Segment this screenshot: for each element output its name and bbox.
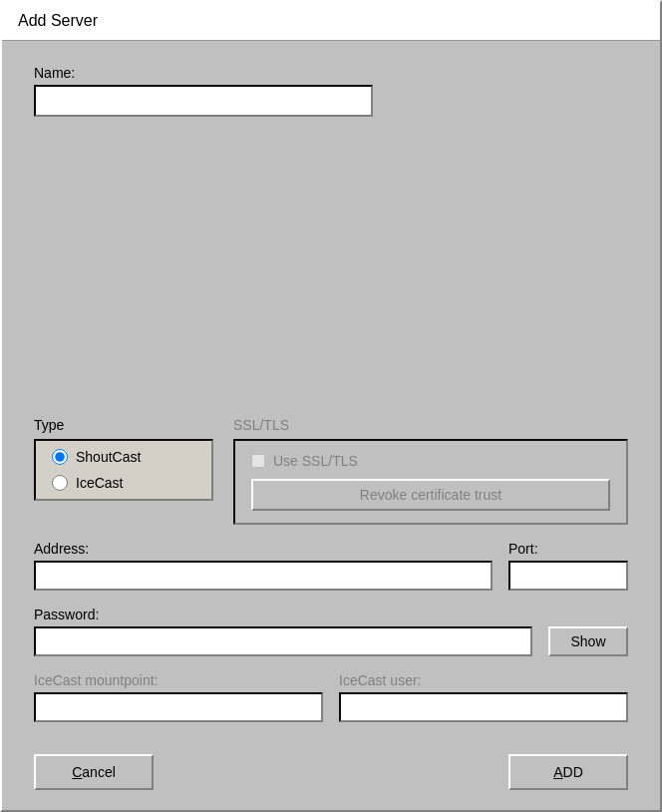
icecast-label: IceCast (76, 475, 123, 491)
icecast-user-group: IceCast user: (339, 672, 628, 722)
address-input[interactable] (34, 561, 493, 591)
use-ssl-row: Use SSL/TLS (251, 453, 610, 469)
type-ssl-row: Type ShoutCast IceCast SSL/TLS (34, 417, 628, 525)
name-input[interactable] (34, 85, 373, 117)
add-button[interactable]: ADD (508, 754, 628, 790)
button-row: Cancel ADD (34, 746, 628, 790)
icecast-mountpoint-group: IceCast mountpoint: (34, 672, 323, 722)
show-password-button[interactable]: Show (548, 626, 628, 656)
icecast-user-label: IceCast user: (339, 672, 628, 688)
icecast-radio[interactable] (52, 475, 68, 491)
ssl-group: SSL/TLS Use SSL/TLS Revoke certificate t… (233, 417, 628, 525)
title-bar: Add Server (2, 2, 660, 41)
dialog-content: Name: Type ShoutCast IceCast (2, 41, 660, 810)
type-label: Type (34, 417, 213, 433)
ssl-label: SSL/TLS (233, 417, 628, 433)
password-label: Password: (34, 607, 532, 622)
add-server-dialog: Add Server Name: Type ShoutCast (0, 0, 662, 812)
dialog-title: Add Server (18, 12, 98, 29)
type-group: Type ShoutCast IceCast (34, 417, 213, 525)
shoutcast-radio[interactable] (52, 449, 68, 465)
shoutcast-radio-item[interactable]: ShoutCast (52, 449, 195, 465)
password-input[interactable] (34, 626, 532, 656)
revoke-certificate-button: Revoke certificate trust (251, 479, 610, 511)
name-field-group: Name: (34, 65, 628, 117)
address-label: Address: (34, 541, 493, 557)
password-row: Password: Show (34, 607, 628, 656)
use-ssl-checkbox[interactable] (251, 454, 265, 468)
icecast-user-input[interactable] (339, 692, 628, 722)
type-box: ShoutCast IceCast (34, 439, 213, 501)
port-input[interactable] (508, 561, 628, 591)
address-port-row: Address: Port: (34, 541, 628, 591)
ssl-box: Use SSL/TLS Revoke certificate trust (233, 439, 628, 525)
icecast-mountpoint-input[interactable] (34, 692, 323, 722)
use-ssl-label: Use SSL/TLS (273, 453, 358, 469)
port-label: Port: (508, 541, 628, 557)
cancel-button[interactable]: Cancel (34, 754, 154, 790)
icecast-radio-item[interactable]: IceCast (52, 475, 195, 491)
port-group: Port: (508, 541, 628, 591)
icecast-row: IceCast mountpoint: IceCast user: (34, 672, 628, 722)
address-group: Address: (34, 541, 493, 591)
password-group: Password: (34, 607, 532, 656)
name-label: Name: (34, 65, 628, 81)
shoutcast-label: ShoutCast (76, 449, 141, 465)
icecast-mountpoint-label: IceCast mountpoint: (34, 672, 323, 688)
